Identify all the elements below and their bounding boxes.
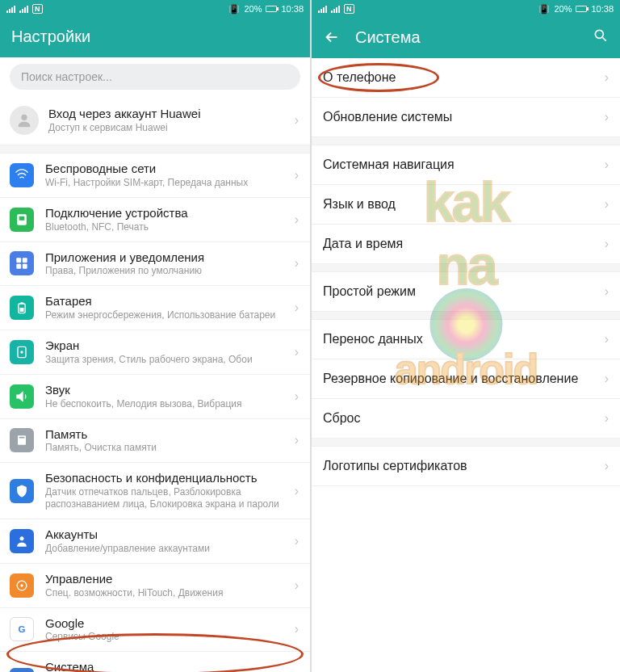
item-title: Батарея xyxy=(45,294,290,309)
chevron-right-icon: › xyxy=(295,578,299,593)
item-sub: Режим энергосбережения, Использование ба… xyxy=(45,309,290,321)
chevron-right-icon: › xyxy=(605,237,609,251)
item-title: Система xyxy=(45,660,290,672)
item-sub: Не беспокоить, Мелодия вызова, Вибрация xyxy=(45,398,290,410)
system-item[interactable]: Дата и время › xyxy=(312,225,620,264)
wifi-icon xyxy=(10,163,34,187)
item-title: Безопасность и конфиденциальность xyxy=(45,471,290,486)
settings-item[interactable]: Безопасность и конфиденциальность Датчик… xyxy=(0,463,310,519)
status-bar: N 📳 20% 10:38 xyxy=(312,0,620,18)
settings-item[interactable]: Система Системная навигация, Обновление … xyxy=(0,652,310,672)
status-time: 10:38 xyxy=(591,4,614,14)
account-sub: Доступ к сервисам Huawei xyxy=(48,122,290,134)
vibrate-icon: 📳 xyxy=(228,4,240,15)
settings-item[interactable]: Управление Спец. возможности, HiTouch, Д… xyxy=(0,564,310,608)
section-gap xyxy=(0,145,310,153)
page-title: Настройки xyxy=(11,27,299,46)
vibrate-icon: 📳 xyxy=(538,4,550,15)
system-item[interactable]: Язык и ввод › xyxy=(312,185,620,225)
system-item[interactable]: О телефоне › xyxy=(312,58,620,98)
svg-rect-4 xyxy=(23,258,27,263)
search-button[interactable] xyxy=(593,27,609,47)
settings-item[interactable]: Память Память, Очистка памяти › xyxy=(0,419,310,464)
svg-rect-5 xyxy=(16,264,21,269)
signal-icon xyxy=(6,6,15,13)
item-title: Обновление системы xyxy=(323,109,600,125)
account-title: Вход через аккаунт Huawei xyxy=(48,107,290,122)
item-sub: Спец. возможности, HiTouch, Движения xyxy=(45,587,290,599)
device-icon xyxy=(10,208,34,232)
item-title: Системная навигация xyxy=(323,157,600,173)
chevron-right-icon: › xyxy=(295,389,299,404)
item-title: Приложения и уведомления xyxy=(45,250,290,266)
settings-item[interactable]: Подключение устройства Bluetooth, NFC, П… xyxy=(0,198,310,242)
search-row: Поиск настроек... xyxy=(0,57,310,96)
battery-pct: 20% xyxy=(554,4,572,14)
chevron-right-icon: › xyxy=(295,212,299,227)
system-item[interactable]: Логотипы сертификатов › xyxy=(312,447,620,486)
settings-item[interactable]: Батарея Режим энергосбережения, Использо… xyxy=(0,286,310,330)
item-title: Перенос данных xyxy=(323,331,600,347)
avatar-icon xyxy=(10,106,39,135)
svg-point-16 xyxy=(20,584,23,586)
svg-text:G: G xyxy=(18,624,25,635)
settings-header: Настройки xyxy=(0,18,310,57)
chevron-right-icon: › xyxy=(295,345,299,359)
section-gap xyxy=(312,264,620,272)
nfc-icon: N xyxy=(344,4,354,14)
chevron-right-icon: › xyxy=(295,484,299,498)
signal-icon-2 xyxy=(19,6,28,13)
chevron-right-icon: › xyxy=(605,411,609,426)
system-item[interactable]: Системная навигация › xyxy=(312,145,620,185)
item-title: О телефоне xyxy=(323,69,600,86)
svg-point-11 xyxy=(20,351,23,353)
svg-point-14 xyxy=(20,536,24,540)
settings-item[interactable]: Звук Не беспокоить, Мелодия вызова, Вибр… xyxy=(0,375,310,419)
sound-icon xyxy=(10,384,34,409)
item-title: Управление xyxy=(45,572,290,587)
account-row[interactable]: Вход через аккаунт Huawei Доступ к серви… xyxy=(0,96,310,145)
chevron-right-icon: › xyxy=(605,372,609,386)
item-title: Память xyxy=(45,427,290,443)
chevron-right-icon: › xyxy=(605,110,609,124)
battery-icon xyxy=(576,6,587,12)
item-sub: Bluetooth, NFC, Печать xyxy=(45,221,290,233)
svg-point-19 xyxy=(595,30,603,38)
back-button[interactable] xyxy=(323,28,341,46)
battery-pct: 20% xyxy=(244,4,262,14)
system-item[interactable]: Обновление системы › xyxy=(312,98,620,137)
settings-item[interactable]: Аккаунты Добавление/управление аккаунтам… xyxy=(0,519,310,564)
status-time: 10:38 xyxy=(281,4,304,14)
system-screen: N 📳 20% 10:38 Система О телефоне ›Обновл… xyxy=(310,0,620,672)
svg-rect-13 xyxy=(19,437,25,439)
settings-item[interactable]: Приложения и уведомления Права, Приложен… xyxy=(0,242,310,287)
system-item[interactable]: Резервное копирование и восстановление › xyxy=(312,359,620,399)
settings-item[interactable]: Экран Защита зрения, Стиль рабочего экра… xyxy=(0,330,310,375)
settings-item[interactable]: Беспроводные сети Wi-Fi, Настройки SIM-к… xyxy=(0,153,310,198)
system-item[interactable]: Простой режим › xyxy=(312,272,620,312)
item-title: Логотипы сертификатов xyxy=(323,458,600,474)
chevron-right-icon: › xyxy=(605,197,609,212)
item-title: Аккаунты xyxy=(45,527,290,543)
display-icon xyxy=(10,340,34,364)
chevron-right-icon: › xyxy=(295,300,299,315)
item-sub: Права, Приложения по умолчанию xyxy=(45,265,290,277)
svg-rect-3 xyxy=(16,258,21,263)
chevron-right-icon: › xyxy=(605,70,609,85)
item-title: Экран xyxy=(45,338,290,354)
svg-rect-6 xyxy=(23,264,27,269)
settings-item[interactable]: G Google Сервисы Google › xyxy=(0,608,310,653)
chevron-right-icon: › xyxy=(295,113,299,128)
google-icon: G xyxy=(10,617,34,641)
item-title: Сброс xyxy=(323,410,600,426)
system-item[interactable]: Сброс › xyxy=(312,399,620,439)
signal-icon xyxy=(318,6,327,13)
chevron-right-icon: › xyxy=(605,332,609,346)
shield-icon xyxy=(10,479,34,503)
item-sub: Защита зрения, Стиль рабочего экрана, Об… xyxy=(45,354,290,366)
system-item[interactable]: Перенос данных › xyxy=(312,320,620,359)
chevron-right-icon: › xyxy=(295,622,299,636)
item-sub: Wi-Fi, Настройки SIM-карт, Передача данн… xyxy=(45,177,290,189)
nfc-icon: N xyxy=(32,4,43,14)
search-input[interactable]: Поиск настроек... xyxy=(10,64,300,90)
